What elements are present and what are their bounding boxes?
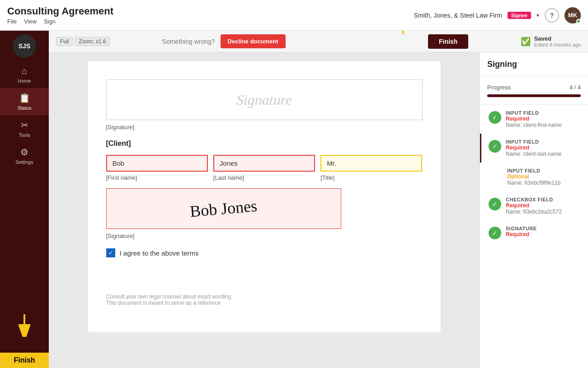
- check-icon-5: ✓: [489, 227, 501, 239]
- check-icon-1: ✓: [489, 111, 501, 124]
- agree-label: I agree to the above terms: [120, 249, 199, 257]
- role-dropdown-arrow[interactable]: ▾: [536, 12, 539, 19]
- field-item-5[interactable]: ✓ SIGNATURE Required: [480, 220, 588, 245]
- check-icon-4: ✓: [489, 198, 501, 210]
- content-wrapper: Full Zoom: x1.6 Something wrong? Decline…: [49, 31, 588, 368]
- agree-checkbox-row: ✓ I agree to the above terms: [106, 248, 423, 257]
- sidebar-item-label-settings: Settings: [15, 159, 33, 165]
- sidebar-item-tools[interactable]: ✂ Tools: [0, 115, 49, 142]
- progress-bar-bg: [487, 94, 581, 97]
- field-required-3: Optional: [507, 173, 581, 180]
- agree-checkbox[interactable]: ✓: [106, 248, 115, 257]
- settings-icon: ⚙: [20, 147, 28, 158]
- document-page: Signature [Signature] [Client]: [88, 61, 441, 332]
- top-signature-label: [Signature]: [106, 124, 423, 130]
- signature-placeholder-text: Signature: [236, 92, 292, 108]
- progress-value: 4 / 4: [569, 84, 581, 91]
- title-label: [Title]: [320, 174, 422, 181]
- last-name-field[interactable]: [213, 155, 315, 172]
- last-name-input[interactable]: [213, 155, 315, 172]
- field-type-5: SIGNATURE: [506, 226, 581, 231]
- header-title-section: Consulting Agreement File View Sign: [7, 5, 113, 25]
- home-icon: ⌂: [22, 66, 27, 76]
- title-field[interactable]: [320, 155, 422, 172]
- avatar[interactable]: MK: [564, 7, 581, 23]
- field-items-list: ✓ INPUT FIELD Required Name: client-firs…: [480, 105, 588, 245]
- progress-label-row: Progress 4 / 4: [487, 84, 581, 91]
- header-menu: File View Sign: [7, 18, 113, 25]
- field-required-4: Required: [506, 202, 581, 209]
- status-icon: 📋: [19, 93, 30, 103]
- document-viewer[interactable]: Signature [Signature] [Client]: [49, 52, 480, 368]
- field-info-1: INPUT FIELD Required Name: client-first-…: [506, 110, 581, 128]
- field-name-3: Name: 63ebcf9f9e11b: [507, 180, 581, 186]
- field-name-1: Name: client-first-name: [506, 122, 581, 128]
- menu-file[interactable]: File: [7, 18, 17, 25]
- footer-line-1: Consult your own legal counsel about exa…: [106, 293, 423, 300]
- field-required-5: Required: [506, 231, 581, 238]
- zoom-controls: Full Zoom: x1.6: [56, 37, 110, 46]
- client-fields-row: [106, 155, 423, 172]
- first-name-field[interactable]: [106, 155, 208, 172]
- bottom-signature-label: [Signature]: [106, 233, 423, 239]
- sidebar-item-settings[interactable]: ⚙ Settings: [0, 142, 49, 169]
- online-indicator: [576, 19, 581, 23]
- field-item-3[interactable]: INPUT FIELD Optional Name: 63ebcf9f9e11b: [480, 163, 588, 191]
- menu-sign[interactable]: Sign: [44, 18, 56, 25]
- client-signature-box[interactable]: Bob Jones: [106, 188, 341, 229]
- field-info-5: SIGNATURE Required: [506, 226, 581, 238]
- field-info-2: INPUT FIELD Required Name: client-last-n…: [506, 139, 581, 157]
- last-name-label: [Last name]: [213, 174, 315, 181]
- first-name-input[interactable]: [106, 155, 208, 172]
- field-item-4[interactable]: ✓ CHECKBOX FIELD Required Name: 63ebc2ea…: [480, 191, 588, 220]
- sidebar-item-status[interactable]: 📋 Status: [0, 88, 49, 115]
- field-item-1[interactable]: ✓ INPUT FIELD Required Name: client-firs…: [480, 105, 588, 134]
- field-name-2: Name: client-last-name: [506, 151, 581, 157]
- app-header: Consulting Agreement File View Sign Smit…: [0, 0, 588, 31]
- firm-name: Smith, Jones, & Steel Law Firm: [414, 12, 502, 19]
- field-item-2[interactable]: ✓ INPUT FIELD Required Name: client-last…: [480, 134, 588, 163]
- sidebar-finish-button[interactable]: Finish: [0, 353, 49, 368]
- panel-title: Signing: [480, 52, 588, 77]
- check-icon-2: ✓: [489, 140, 501, 153]
- zoom-full-button[interactable]: Full: [56, 37, 73, 46]
- role-badge[interactable]: Signee: [508, 12, 531, 19]
- header-right: Smith, Jones, & Steel Law Firm Signee ▾ …: [414, 7, 581, 23]
- down-arrow-indicator: [15, 314, 33, 339]
- sidebar-item-home[interactable]: ⌂ Home: [0, 61, 49, 88]
- toolbar: Full Zoom: x1.6 Something wrong? Decline…: [49, 31, 588, 52]
- something-wrong-label: Something wrong?: [162, 38, 215, 45]
- sidebar-item-label-home: Home: [18, 78, 31, 84]
- first-name-label: [First name]: [106, 174, 208, 181]
- document-footer: Consult your own legal counsel about exa…: [106, 284, 423, 306]
- logo[interactable]: SJS: [13, 34, 36, 58]
- field-type-3: INPUT FIELD: [507, 168, 581, 173]
- decline-button[interactable]: Decline document: [221, 34, 286, 48]
- finish-arrow-area: Finish: [338, 34, 468, 49]
- menu-view[interactable]: View: [24, 18, 37, 25]
- sidebar: SJS ⌂ Home 📋 Status ✂ Tools ⚙ Settings: [0, 31, 49, 368]
- title-input[interactable]: [320, 155, 422, 172]
- field-info-3: INPUT FIELD Optional Name: 63ebcf9f9e11b: [507, 168, 581, 186]
- signature-drawn: Bob Jones: [189, 196, 258, 221]
- up-arrow-indicator: [394, 31, 412, 38]
- saved-info: Saved Edited 8 minutes ago: [534, 35, 581, 47]
- finish-button[interactable]: Finish: [428, 34, 468, 49]
- toolbar-center: Something wrong? Decline document: [162, 34, 286, 48]
- saved-label: Saved: [534, 35, 581, 42]
- client-field-labels: [First name] [Last name] [Title]: [106, 174, 423, 181]
- help-button[interactable]: ?: [545, 8, 559, 23]
- field-type-4: CHECKBOX FIELD: [506, 197, 581, 202]
- field-required-2: Required: [506, 144, 581, 151]
- main-layout: SJS ⌂ Home 📋 Status ✂ Tools ⚙ Settings: [0, 31, 588, 368]
- saved-check-icon: ✅: [521, 37, 531, 47]
- field-required-1: Required: [506, 116, 581, 122]
- progress-label-text: Progress: [487, 84, 511, 91]
- zoom-level-display[interactable]: Zoom: x1.6: [75, 37, 110, 46]
- saved-time: Edited 8 minutes ago: [534, 42, 581, 47]
- top-signature-box[interactable]: Signature: [106, 79, 423, 120]
- field-type-2: INPUT FIELD: [506, 139, 581, 144]
- saved-status: ✅ Saved Edited 8 minutes ago: [521, 35, 581, 47]
- field-type-1: INPUT FIELD: [506, 110, 581, 116]
- progress-bar-fill: [487, 94, 581, 97]
